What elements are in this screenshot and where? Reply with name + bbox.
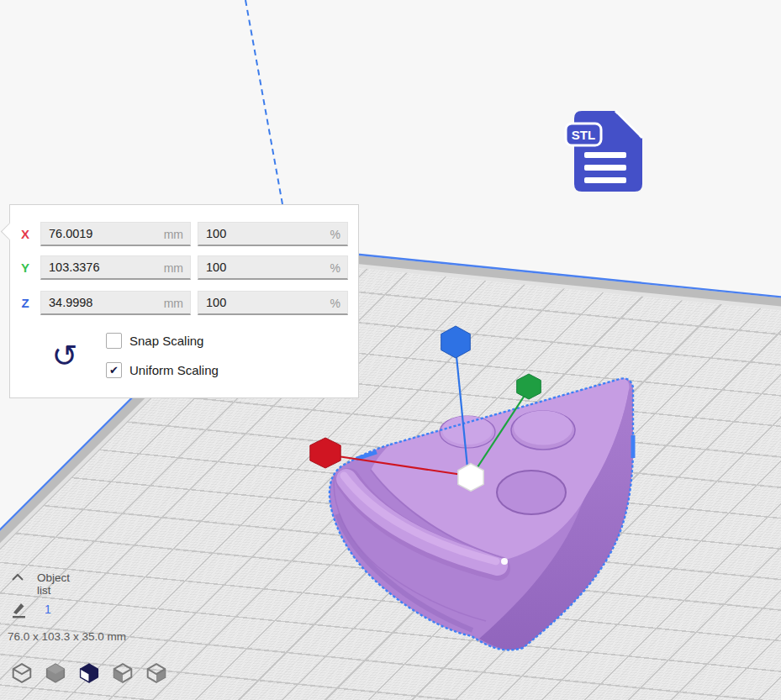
y-scale-input[interactable] <box>198 255 348 280</box>
object-count: 1 <box>45 603 51 616</box>
reset-icon: ↺ <box>51 338 77 374</box>
y-size-input[interactable] <box>40 255 191 280</box>
snap-scaling-checkbox[interactable] <box>106 333 122 349</box>
uniform-scaling-label: Uniform Scaling <box>129 363 219 377</box>
scale-row-x: X mm % <box>10 222 358 246</box>
cube-left-face-icon <box>78 662 100 684</box>
camera-view-toolbar <box>10 662 178 686</box>
axis-y-label: Y <box>10 261 40 275</box>
axis-x-label: X <box>10 227 40 241</box>
object-list-title: Object list <box>37 571 70 597</box>
cube-wireframe-icon <box>11 662 33 684</box>
reset-scale-button[interactable]: ↺ <box>47 338 82 375</box>
scale-row-z: Z mm % <box>10 291 358 315</box>
stl-file-icon: STL <box>563 108 647 195</box>
x-scale-input[interactable] <box>198 222 348 246</box>
checkmark-icon: ✔ <box>109 365 119 376</box>
stl-label: STL <box>572 128 595 142</box>
view-cube-right-face-button[interactable] <box>145 662 168 686</box>
pencil-icon <box>11 600 29 618</box>
view-cube-wireframe-button[interactable] <box>10 662 34 686</box>
uniform-scaling-checkbox[interactable]: ✔ <box>106 362 122 378</box>
doc-line <box>584 152 626 158</box>
x-size-input[interactable] <box>40 222 191 246</box>
uniform-scaling-row: ✔ Uniform Scaling <box>106 362 219 378</box>
z-axis-indicator-line <box>245 0 282 204</box>
chevron-up-icon[interactable] <box>10 571 27 583</box>
z-scale-input[interactable] <box>198 291 348 315</box>
z-size-input[interactable] <box>40 291 191 315</box>
axis-z-label: Z <box>10 296 40 310</box>
snap-scaling-label: Snap Scaling <box>129 334 203 348</box>
selection-dimensions: 76.0 x 103.3 x 35.0 mm <box>8 630 126 643</box>
doc-line <box>584 177 626 183</box>
cube-solid-icon <box>45 662 66 684</box>
cura-viewport: STL X mm % Y mm % <box>0 0 781 700</box>
cube-back-face-icon <box>112 662 134 684</box>
cube-right-face-icon <box>145 662 167 684</box>
view-cube-solid-button[interactable] <box>44 662 67 686</box>
view-cube-left-face-button[interactable] <box>77 662 101 686</box>
snap-scaling-row: Snap Scaling <box>106 333 203 349</box>
scale-row-y: Y mm % <box>10 255 358 280</box>
view-cube-back-face-button[interactable] <box>111 662 135 686</box>
doc-line <box>584 165 626 171</box>
object-list-item[interactable]: 1 <box>11 600 51 618</box>
